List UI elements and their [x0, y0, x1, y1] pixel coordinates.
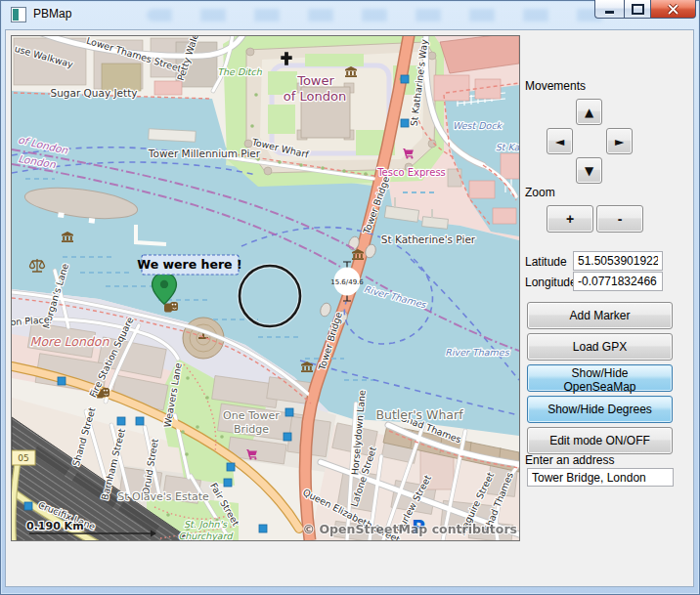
- longitude-input[interactable]: [573, 272, 663, 291]
- aero-glass-reflection: [147, 9, 606, 21]
- pbmap-window: PBMap: [0, 0, 700, 595]
- pan-right-button[interactable]: ►: [606, 128, 633, 154]
- svg-text:We were here !: We were here !: [137, 257, 241, 272]
- close-button[interactable]: [651, 0, 696, 19]
- osm-attribution: © OpenStreetMap contributors: [303, 522, 517, 536]
- zoom-label: Zoom: [525, 186, 555, 199]
- latitude-label: Latitude: [525, 255, 567, 269]
- close-icon: [667, 4, 679, 15]
- toggle-degrees-button[interactable]: Show/Hide Degrees: [527, 396, 673, 423]
- label-more-london: More London: [30, 334, 110, 349]
- label-west-dock: West Dock: [453, 120, 503, 131]
- label-butlers-wharf: Butler's Wharf: [375, 407, 463, 422]
- add-marker-button[interactable]: Add Marker: [527, 302, 673, 329]
- toggle-openseamap-button[interactable]: Show/Hide OpenSeaMap: [527, 364, 673, 392]
- address-input[interactable]: [527, 468, 674, 487]
- label-tower-millennium-pier: Tower Millennium Pier: [148, 148, 261, 159]
- minimize-icon: [605, 11, 614, 14]
- movements-label: Movements: [525, 79, 586, 93]
- label-one-tower-bridge-1: One Tower: [223, 409, 280, 422]
- label-st-katherines-pier: St Katherine's Pier: [381, 234, 476, 245]
- zoom-in-button[interactable]: +: [547, 205, 593, 233]
- label-st-johns-1: St. John's: [184, 519, 228, 530]
- maximize-icon: [632, 4, 644, 15]
- label-tower-of-london-1: Tower: [296, 73, 334, 88]
- pan-down-button[interactable]: ▼: [576, 157, 602, 184]
- label-tower-of-london-2: of London: [284, 89, 346, 104]
- marker-label[interactable]: We were here !: [137, 255, 241, 275]
- label-st-johns-2: Churchyard: [179, 531, 234, 540]
- svg-text:15.6/49.6: 15.6/49.6: [330, 278, 364, 286]
- window-title: PBMap: [33, 7, 71, 21]
- minimize-button[interactable]: [594, 0, 624, 19]
- zoom-out-button[interactable]: -: [596, 205, 643, 233]
- latitude-input[interactable]: [573, 251, 663, 271]
- address-label: Enter an address: [525, 453, 614, 467]
- pan-up-button[interactable]: ▲: [576, 99, 602, 125]
- map-canvas[interactable]: 05: [11, 35, 520, 541]
- label-the-ditch: The Ditch: [217, 66, 263, 77]
- svg-text:0.190 Km: 0.190 Km: [26, 520, 84, 532]
- title-bar[interactable]: PBMap: [0, 0, 700, 29]
- label-one-tower-bridge-2: Bridge: [234, 423, 269, 436]
- label-st-ka: St Ka: [496, 142, 519, 152]
- label-tesco-express: Tesco Express: [376, 167, 446, 178]
- longitude-label: Longitude: [525, 276, 577, 289]
- road-ref-badge: 05: [12, 450, 35, 465]
- load-gpx-button[interactable]: Load GPX: [527, 333, 673, 361]
- edit-mode-button[interactable]: Edit mode ON/OFF: [527, 427, 673, 454]
- label-river-thames-2: River Thames: [445, 347, 509, 358]
- svg-text:05: 05: [18, 453, 28, 463]
- theatre-icon: [164, 302, 178, 313]
- app-icon: [11, 7, 26, 22]
- label-sugar-quay-jetty: Sugar Quay Jetty: [51, 87, 138, 99]
- maximize-button[interactable]: [624, 0, 651, 19]
- label-st-olaves-estate: St Olave's Estate: [117, 490, 209, 503]
- map-svg: 05: [12, 36, 519, 540]
- pan-left-button[interactable]: ◄: [547, 128, 573, 154]
